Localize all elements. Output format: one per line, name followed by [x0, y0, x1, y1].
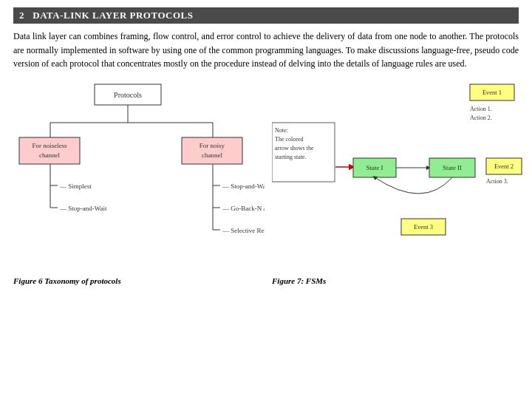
svg-text:Event 2: Event 2 [494, 163, 514, 170]
section-number: 2 [19, 10, 24, 21]
section-title-text: DATA-LINK LAYER PROTOCOLS [33, 10, 193, 21]
figure6-text: Taxonomy of protocols [44, 276, 121, 285]
figure6-label: Figure 6 [13, 276, 42, 285]
figure6-svg: Protocols For noiseless channel For nois… [13, 78, 265, 270]
svg-text:Event 1: Event 1 [482, 89, 502, 96]
figure6-container: Protocols For noiseless channel For nois… [13, 78, 265, 285]
figure7-caption: Figure 7: FSMs [272, 276, 523, 285]
figures-row: Protocols For noiseless channel For nois… [13, 78, 519, 285]
svg-text:For noiseless: For noiseless [32, 142, 67, 149]
svg-text:Event 3: Event 3 [414, 223, 433, 231]
svg-text:channel: channel [39, 151, 60, 159]
figure6-caption: Figure 6 Taxonomy of protocols [13, 276, 265, 285]
svg-text:State II: State II [443, 164, 462, 171]
svg-text:— Go-Back-N ARQ: — Go-Back-N ARQ [222, 205, 265, 212]
svg-text:For noisy: For noisy [200, 142, 225, 149]
svg-text:— Stop-and-Wait ARQ: — Stop-and-Wait ARQ [222, 183, 265, 190]
svg-text:Protocols: Protocols [114, 91, 142, 99]
main-paragraph: Data link layer can combines framing, fl… [13, 30, 519, 71]
svg-text:arrow shows the: arrow shows the [275, 145, 314, 151]
page: 2 DATA-LINK LAYER PROTOCOLS Data link la… [0, 0, 532, 399]
figure7-container: Note: The colored arrow shows the starti… [272, 78, 523, 285]
figure7-svg: Note: The colored arrow shows the starti… [272, 78, 523, 270]
figure7-label: Figure 7: [272, 276, 304, 285]
svg-text:The colored: The colored [275, 136, 303, 143]
figure7-text: FSMs [306, 276, 327, 285]
paragraph-text: Data link layer can combines framing, fl… [13, 31, 519, 69]
section-title: 2 DATA-LINK LAYER PROTOCOLS [13, 7, 519, 24]
svg-text:Action 2.: Action 2. [470, 115, 492, 121]
svg-text:— Selective Repeat ARQ: — Selective Repeat ARQ [222, 227, 265, 234]
svg-text:channel: channel [202, 151, 222, 159]
svg-text:Action 3.: Action 3. [486, 178, 508, 185]
svg-text:Note:: Note: [275, 127, 288, 134]
svg-text:Action 1.: Action 1. [470, 106, 492, 112]
svg-text:— Stop-and-Wait: — Stop-and-Wait [59, 205, 107, 212]
svg-text:starting state.: starting state. [275, 154, 307, 160]
svg-text:— Simplest: — Simplest [59, 183, 92, 190]
svg-text:State I: State I [366, 164, 383, 171]
